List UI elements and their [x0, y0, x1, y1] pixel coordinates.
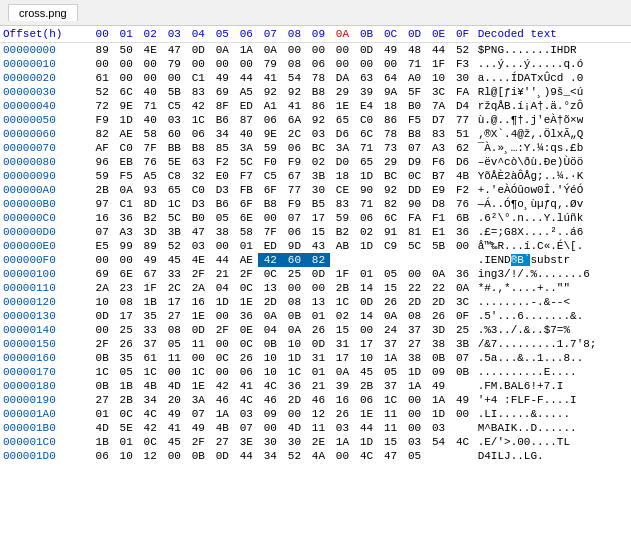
hex-cell[interactable]: 49 — [427, 379, 451, 393]
hex-cell[interactable]: B7 — [427, 169, 451, 183]
hex-cell[interactable]: 00 — [210, 57, 234, 71]
table-row[interactable]: 0000001000000079000000790806000000711FF3… — [0, 57, 631, 71]
hex-cell[interactable]: 15 — [330, 323, 354, 337]
hex-cell[interactable]: 52 — [162, 239, 186, 253]
hex-cell[interactable]: 02 — [306, 155, 330, 169]
hex-cell[interactable]: 08 — [162, 323, 186, 337]
hex-cell[interactable]: 49 — [451, 393, 475, 407]
hex-cell[interactable]: 39 — [354, 85, 378, 99]
hex-cell[interactable]: 54 — [427, 435, 451, 449]
hex-cell[interactable]: 4D — [90, 421, 114, 435]
hex-cell[interactable]: 1C — [186, 113, 210, 127]
hex-cell[interactable]: 0C — [210, 351, 234, 365]
hex-cell[interactable]: 37 — [379, 379, 403, 393]
hex-cell[interactable]: 83 — [186, 85, 210, 99]
hex-cell[interactable]: 48 — [403, 43, 427, 58]
hex-cell[interactable]: 71 — [354, 197, 378, 211]
hex-cell[interactable]: 0D — [186, 323, 210, 337]
hex-cell[interactable]: 0A — [427, 267, 451, 281]
hex-cell[interactable]: 40 — [138, 85, 162, 99]
hex-cell[interactable]: 92 — [258, 85, 282, 99]
hex-cell[interactable]: 2B — [90, 183, 114, 197]
table-row[interactable]: 000001C01B010C452F273E30302E1A1D1503544C… — [0, 435, 631, 449]
hex-cell[interactable]: 0B — [451, 365, 475, 379]
hex-cell[interactable]: 49 — [138, 253, 162, 267]
hex-cell[interactable]: 34 — [258, 449, 282, 463]
hex-cell[interactable]: 47 — [162, 43, 186, 58]
hex-cell[interactable]: 0C — [403, 169, 427, 183]
hex-cell[interactable]: DA — [330, 71, 354, 85]
hex-cell[interactable]: 0C — [234, 281, 258, 295]
hex-cell[interactable]: 42 — [186, 99, 210, 113]
hex-cell[interactable]: 44 — [234, 449, 258, 463]
hex-cell[interactable]: 40 — [138, 113, 162, 127]
hex-cell[interactable]: 26 — [114, 337, 138, 351]
hex-cell[interactable]: 37 — [379, 337, 403, 351]
hex-cell[interactable]: 18 — [379, 99, 403, 113]
hex-cell[interactable]: 0B — [427, 351, 451, 365]
hex-cell[interactable]: 1B — [138, 295, 162, 309]
hex-cell[interactable]: 3D — [138, 225, 162, 239]
hex-cell[interactable]: 02 — [330, 309, 354, 323]
hex-cell[interactable]: A5 — [138, 169, 162, 183]
hex-cell[interactable]: 9E — [114, 99, 138, 113]
hex-cell[interactable]: 77 — [451, 113, 475, 127]
hex-cell[interactable] — [427, 449, 451, 463]
hex-cell[interactable]: 00 — [330, 57, 354, 71]
hex-cell[interactable]: 4D — [282, 421, 306, 435]
hex-cell[interactable]: 60 — [282, 253, 306, 267]
hex-cell[interactable]: ED — [234, 99, 258, 113]
hex-cell[interactable]: B2 — [138, 211, 162, 225]
hex-cell[interactable]: 85 — [210, 141, 234, 155]
hex-cell[interactable]: 0A — [379, 309, 403, 323]
hex-cell[interactable]: 50 — [114, 43, 138, 58]
hex-cell[interactable]: 65 — [162, 183, 186, 197]
hex-cell[interactable]: 2B — [114, 393, 138, 407]
hex-cell[interactable]: 77 — [282, 183, 306, 197]
hex-cell[interactable]: 36 — [234, 309, 258, 323]
hex-cell[interactable]: 49 — [186, 421, 210, 435]
hex-cell[interactable]: 44 — [234, 71, 258, 85]
hex-cell[interactable]: 92 — [379, 183, 403, 197]
hex-cell[interactable]: 1C — [90, 365, 114, 379]
hex-cell[interactable]: 04 — [210, 281, 234, 295]
hex-cell[interactable]: 1D — [427, 407, 451, 421]
hex-cell[interactable]: 00 — [114, 253, 138, 267]
hex-cell[interactable]: 17 — [162, 295, 186, 309]
hex-cell[interactable]: 17 — [330, 351, 354, 365]
hex-cell[interactable]: 92 — [306, 113, 330, 127]
hex-cell[interactable]: 00 — [403, 407, 427, 421]
hex-cell[interactable]: 1A — [403, 379, 427, 393]
hex-cell[interactable]: 07 — [403, 141, 427, 155]
hex-cell[interactable]: 11 — [162, 351, 186, 365]
hex-cell[interactable]: 1A — [330, 435, 354, 449]
hex-cell[interactable]: 60 — [162, 127, 186, 141]
hex-cell[interactable]: 65 — [330, 113, 354, 127]
hex-cell[interactable]: C1 — [186, 71, 210, 85]
hex-cell[interactable]: 86 — [379, 113, 403, 127]
hex-cell[interactable]: 14 — [354, 281, 378, 295]
hex-cell[interactable]: FB — [234, 183, 258, 197]
hex-cell[interactable]: 0B — [258, 337, 282, 351]
hex-cell[interactable]: B8 — [258, 197, 282, 211]
hex-cell[interactable]: 1F — [427, 57, 451, 71]
hex-cell[interactable]: 78 — [306, 71, 330, 85]
hex-cell[interactable]: 1D — [403, 365, 427, 379]
hex-cell[interactable]: 3C — [427, 85, 451, 99]
hex-cell[interactable]: 2A — [186, 281, 210, 295]
hex-cell[interactable]: F9 — [282, 155, 306, 169]
hex-cell[interactable]: 31 — [330, 337, 354, 351]
hex-cell[interactable]: 00 — [403, 267, 427, 281]
hex-cell[interactable]: 0B — [186, 449, 210, 463]
hex-cell[interactable]: 36 — [114, 211, 138, 225]
hex-cell[interactable]: 29 — [330, 85, 354, 99]
hex-cell[interactable]: 2E — [306, 435, 330, 449]
hex-cell[interactable]: 00 — [186, 57, 210, 71]
hex-cell[interactable]: 63 — [186, 155, 210, 169]
hex-cell[interactable]: 83 — [330, 197, 354, 211]
hex-cell[interactable]: 30 — [258, 435, 282, 449]
hex-cell[interactable]: 63 — [354, 71, 378, 85]
hex-cell[interactable]: 37 — [138, 337, 162, 351]
hex-cell[interactable]: 22 — [427, 281, 451, 295]
hex-cell[interactable]: ED — [258, 239, 282, 253]
